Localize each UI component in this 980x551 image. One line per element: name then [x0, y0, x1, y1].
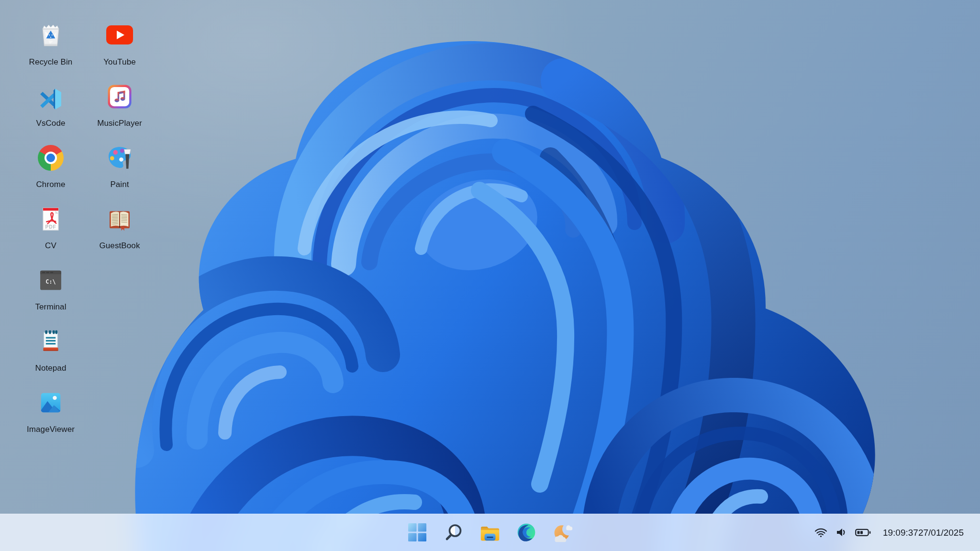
desktop-icon-image-viewer[interactable]: ImageViewer: [16, 381, 85, 442]
battery-button[interactable]: [855, 529, 871, 537]
clock-time: 19:09:37: [883, 527, 918, 539]
battery-icon: [855, 529, 871, 537]
desktop-icon-label: YouTube: [103, 57, 136, 67]
wifi-icon: [814, 528, 827, 538]
chrome-icon: [37, 144, 64, 171]
desktop-icon-youtube[interactable]: YouTube: [85, 13, 154, 75]
desktop-icon-label: Terminal: [35, 302, 66, 312]
desktop-icon-label: ImageViewer: [27, 425, 75, 434]
search-button[interactable]: [443, 521, 465, 543]
desktop-icon-terminal[interactable]: C:\ Terminal: [16, 258, 85, 320]
desktop-icon-label: Recycle Bin: [29, 57, 73, 67]
guestbook-icon: [106, 206, 133, 232]
desktop-icon-guestbook[interactable]: GuestBook: [85, 197, 154, 258]
desktop-icon-music-player[interactable]: MusicPlayer: [85, 75, 154, 136]
file-explorer-icon: [479, 522, 501, 542]
desktop-icon-label: VsCode: [36, 119, 65, 128]
start-icon: [408, 523, 427, 542]
terminal-icon: C:\: [37, 267, 64, 294]
desktop-icon-cv[interactable]: PDF CV: [16, 197, 85, 258]
desktop-icon-label: Chrome: [36, 180, 65, 189]
svg-text:C:\: C:\: [45, 278, 56, 285]
image-viewer-icon: [37, 389, 64, 416]
pdf-document-icon: PDF: [37, 206, 64, 232]
taskbar: 19:09:37 27/01/2025: [0, 514, 980, 551]
recycle-bin-icon: [37, 22, 64, 49]
volume-icon: [835, 527, 847, 538]
file-explorer-button[interactable]: [479, 521, 501, 543]
system-tray: 19:09:37 27/01/2025: [814, 514, 980, 551]
clock[interactable]: 19:09:37 27/01/2025: [883, 527, 964, 539]
edge-browser-button[interactable]: [515, 521, 537, 543]
desktop-icon-grid: Recycle Bin YouTube VsCode: [16, 13, 154, 442]
paint-icon: [106, 144, 133, 171]
vscode-icon: [37, 83, 64, 110]
youtube-icon: [106, 22, 133, 49]
desktop-icon-label: MusicPlayer: [97, 119, 142, 128]
wifi-button[interactable]: [814, 528, 827, 538]
weather-moon-button[interactable]: [552, 521, 574, 543]
volume-button[interactable]: [835, 527, 847, 538]
edge-browser-icon: [516, 522, 536, 542]
desktop-icon-label: CV: [45, 241, 56, 251]
music-player-icon: [106, 83, 133, 110]
svg-text:PDF: PDF: [45, 224, 56, 230]
desktop-icon-notepad[interactable]: Notepad: [16, 320, 85, 381]
notepad-icon: [37, 328, 64, 355]
search-icon: [444, 523, 463, 542]
desktop-icon-vscode[interactable]: VsCode: [16, 75, 85, 136]
taskbar-center-icons: [406, 514, 574, 551]
desktop-icon-paint[interactable]: Paint: [85, 136, 154, 197]
desktop-icon-label: Paint: [110, 180, 129, 189]
desktop-icon-chrome[interactable]: Chrome: [16, 136, 85, 197]
desktop: Recycle Bin YouTube VsCode: [0, 0, 980, 551]
desktop-icon-recycle-bin[interactable]: Recycle Bin: [16, 13, 85, 75]
desktop-icon-label: GuestBook: [99, 241, 140, 251]
start-button[interactable]: [406, 521, 428, 543]
weather-moon-icon: [552, 522, 573, 543]
desktop-icon-label: Notepad: [35, 364, 67, 373]
clock-date: 27/01/2025: [918, 527, 964, 539]
